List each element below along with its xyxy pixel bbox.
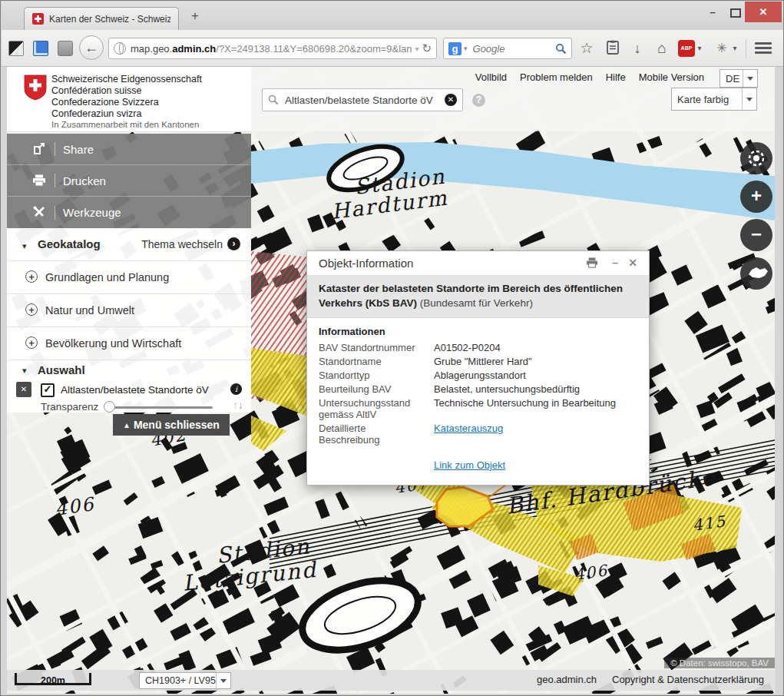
row-label: Standorttyp (319, 370, 426, 381)
category-grundlagen[interactable]: + Grundlagen und Planung (7, 261, 251, 294)
move-up-icon[interactable]: ↑ (233, 399, 238, 411)
url-path: /?X=249138.11&Y=680698.20&zoom=9&lang=de… (216, 43, 412, 55)
engine-dropdown-icon[interactable]: ▾ (464, 45, 468, 52)
share-icon (31, 143, 47, 155)
bookmark-star-icon[interactable]: ☆ (578, 40, 595, 57)
addon-briefcase-icon[interactable] (58, 41, 73, 56)
link-hilfe[interactable]: Hilfe (606, 71, 626, 83)
search-magnifier-icon[interactable] (555, 43, 567, 55)
popup-minimize-icon[interactable]: – (612, 257, 618, 269)
sidebar-item-share[interactable]: Share (7, 134, 251, 165)
map-search-input[interactable] (283, 94, 445, 107)
zoom-in-button[interactable]: + (740, 181, 772, 213)
addon-dropdown-icon[interactable]: ▾ (730, 40, 739, 57)
search-help-icon[interactable]: ? (472, 94, 485, 107)
url-host: admin.ch (172, 43, 216, 55)
printer-icon (31, 174, 47, 187)
layer-remove-button[interactable]: ✕ (16, 382, 31, 397)
copyright-link[interactable]: Copyright & Datenschutzerklärung (612, 674, 764, 685)
downloads-icon[interactable]: ↓ (629, 40, 646, 57)
layer-heading-source: (Bundesamt für Verkehr) (420, 297, 533, 309)
popup-body: Informationen BAV Standortnummer A01502-… (307, 318, 649, 485)
row-value: Belastet, untersuchungsbedürftig (434, 383, 637, 395)
zoom-out-button[interactable]: − (740, 219, 772, 251)
layer-row: ✕ ✓ Altlasten/belastete Standorte öV i (7, 382, 251, 399)
info-row: Standortname Grube "Mittlerer Hard" (319, 356, 637, 367)
addon-contrast-icon[interactable] (8, 41, 24, 56)
slider-thumb[interactable] (104, 401, 115, 413)
org-line: Confederaziun svizra (51, 108, 202, 120)
geolocate-button[interactable] (740, 142, 772, 174)
url-bar[interactable]: map.geo.admin.ch/?X=249138.11&Y=680698.2… (108, 38, 437, 59)
row-label: Standortname (319, 356, 426, 367)
close-menu-button[interactable]: ▲ Menü schliessen (113, 414, 230, 436)
object-link[interactable]: Link zum Objekt (434, 459, 505, 471)
popup-title: Objekt-Information (319, 257, 413, 270)
topic-switch-link[interactable]: Thema wechseln › (141, 237, 240, 250)
sidebar-item-drucken[interactable]: Drucken (7, 165, 251, 197)
row-label: Detaillierte Beschreibung (319, 423, 426, 446)
window-minimize-button[interactable]: – (702, 3, 723, 22)
footer-bar: 200m CH1903+ / LV95 geo.admin.ch Copyrig… (7, 670, 775, 691)
language-select[interactable]: DE (719, 69, 758, 88)
browser-toolbar: ← map.geo.admin.ch/?X=249138.11&Y=680698… (2, 30, 783, 67)
projection-select[interactable]: CH1903+ / LV95 (139, 672, 231, 689)
drucken-label: Drucken (63, 174, 106, 187)
default-extent-button[interactable] (740, 257, 772, 290)
maximize-icon (730, 8, 741, 18)
info-row: BAV Standortnummer A01502-P0204 (319, 342, 637, 353)
web-search-box[interactable]: g ▾ (443, 38, 572, 59)
adblock-icon[interactable]: ABP (678, 40, 695, 57)
geokatalog-header[interactable]: ▾ Geokatalog Thema wechseln › (7, 228, 251, 261)
info-row: Beurteilung BAV Belastet, untersuchungsb… (319, 383, 637, 395)
row-label: BAV Standortnummer (319, 342, 426, 353)
bookmarks-clipboard-icon[interactable] (604, 40, 621, 57)
auswahl-header[interactable]: ▾ Auswahl (7, 360, 251, 382)
google-logo-icon[interactable]: g (448, 42, 461, 55)
menu-hamburger-icon[interactable] (755, 42, 772, 55)
move-down-icon[interactable]: ↓ (238, 399, 243, 411)
popup-titlebar[interactable]: Objekt-Information – ✕ (307, 251, 649, 276)
select-chevron-icon (742, 88, 756, 110)
addon-window-icon[interactable] (33, 41, 48, 56)
adblock-dropdown-icon[interactable]: ▾ (695, 40, 704, 57)
layer-order-arrows[interactable]: ↑↓ (233, 399, 243, 411)
window-maximize-button[interactable] (725, 3, 746, 22)
layer-checkbox[interactable]: ✓ (41, 383, 55, 397)
collapse-triangle-icon: ▾ (22, 241, 27, 251)
werkzeuge-label: Werkzeuge (63, 206, 121, 219)
browser-tab[interactable]: Karten der Schweiz - Schweize... (24, 7, 179, 30)
web-search-input[interactable] (471, 42, 555, 55)
url-dropdown-icon[interactable]: ▾ (415, 45, 418, 53)
layer-name: Altlasten/belastete Standorte öV (61, 384, 209, 396)
home-icon[interactable]: ⌂ (653, 40, 670, 57)
select-chevron-icon (743, 70, 757, 87)
geoadmin-link[interactable]: geo.admin.ch (537, 674, 597, 685)
category-natur[interactable]: + Natur und Umwelt (7, 294, 251, 327)
reload-icon[interactable]: ↻ (422, 41, 432, 55)
search-clear-icon[interactable]: ✕ (445, 94, 457, 106)
userscript-addon-icon[interactable]: ✳ (713, 40, 730, 57)
sidebar-item-werkzeuge[interactable]: Werkzeuge (7, 197, 251, 229)
new-tab-button[interactable]: + (186, 8, 204, 25)
link-mobile-version[interactable]: Mobile Version (639, 71, 704, 83)
chevron-right-icon: › (227, 237, 240, 250)
popup-close-icon[interactable]: ✕ (628, 257, 637, 269)
popup-print-icon[interactable] (586, 257, 598, 270)
link-problem-melden[interactable]: Problem melden (520, 71, 593, 83)
geolocate-icon (740, 142, 772, 174)
org-line: Schweizerische Eidgenossenschaft (51, 74, 202, 85)
window-close-button[interactable]: ✕ (745, 2, 782, 22)
window-titlebar: Karten der Schweiz - Schweize... + – ✕ (2, 2, 783, 30)
up-triangle-icon: ▲ (123, 421, 131, 429)
katasterauszug-link[interactable]: Katasterauszug (434, 423, 637, 446)
collapse-triangle-icon: ▾ (22, 366, 27, 376)
category-bevoelkerung[interactable]: + Bevölkerung und Wirtschaft (7, 327, 251, 360)
back-button[interactable]: ← (79, 35, 104, 60)
map-style-select[interactable]: Karte farbig (671, 88, 757, 111)
link-vollbild[interactable]: Vollbild (475, 71, 507, 83)
transparency-slider[interactable] (105, 406, 213, 409)
map-search-bar[interactable]: ✕ (262, 88, 463, 111)
layer-info-icon[interactable]: i (230, 383, 242, 395)
info-row-detail: Detaillierte Beschreibung Katasterauszug (319, 423, 637, 446)
